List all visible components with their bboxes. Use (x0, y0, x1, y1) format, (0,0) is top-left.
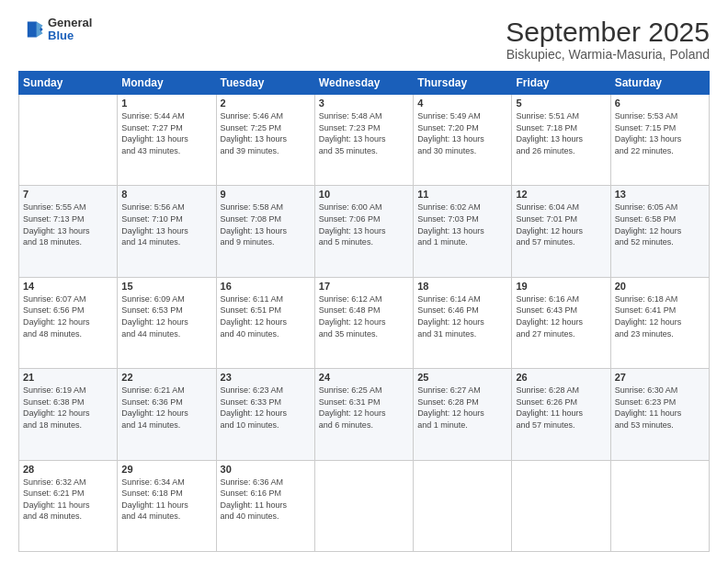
cell-details: Sunrise: 6:32 AMSunset: 6:21 PMDaylight:… (23, 477, 113, 523)
cell-line: and 18 minutes. (23, 236, 113, 248)
cell-line: Sunrise: 5:48 AM (319, 110, 409, 122)
calendar-cell: 24Sunrise: 6:25 AMSunset: 6:31 PMDayligh… (314, 369, 413, 460)
cell-line: and 39 minutes. (221, 145, 311, 157)
cell-line: Sunrise: 6:14 AM (417, 293, 507, 305)
cell-line: Daylight: 12 hours (516, 225, 606, 237)
cell-details: Sunrise: 6:27 AMSunset: 6:28 PMDaylight:… (417, 385, 507, 431)
cell-line: Sunset: 7:23 PM (319, 122, 409, 134)
cell-line: Sunrise: 5:51 AM (516, 110, 606, 122)
day-number: 15 (121, 281, 211, 292)
cell-details: Sunrise: 6:21 AMSunset: 6:36 PMDaylight:… (121, 385, 211, 431)
cell-details: Sunrise: 6:36 AMSunset: 6:16 PMDaylight:… (221, 477, 311, 523)
cell-line: and 31 minutes. (417, 328, 507, 340)
svg-marker-0 (28, 22, 43, 38)
day-number: 3 (319, 98, 409, 109)
cell-line: and 35 minutes. (319, 328, 409, 340)
calendar-cell: 17Sunrise: 6:12 AMSunset: 6:48 PMDayligh… (314, 277, 413, 368)
day-number: 6 (615, 98, 705, 109)
cell-details: Sunrise: 6:23 AMSunset: 6:33 PMDaylight:… (221, 385, 311, 431)
cell-line: Sunrise: 6:12 AM (319, 293, 409, 305)
day-number: 18 (417, 281, 507, 292)
cell-line: Sunset: 7:01 PM (516, 213, 606, 225)
cell-line: and 44 minutes. (121, 511, 211, 523)
cell-line: and 53 minutes. (615, 419, 705, 431)
calendar-cell: 10Sunrise: 6:00 AMSunset: 7:06 PMDayligh… (314, 186, 413, 277)
cell-line: and 1 minute. (417, 236, 507, 248)
cell-details: Sunrise: 6:28 AMSunset: 6:26 PMDaylight:… (516, 385, 606, 431)
calendar-cell: 20Sunrise: 6:18 AMSunset: 6:41 PMDayligh… (610, 277, 709, 368)
cell-line: Sunset: 6:41 PM (615, 304, 705, 316)
cell-line: Sunrise: 5:56 AM (121, 201, 211, 213)
cell-line: Daylight: 12 hours (516, 316, 606, 328)
day-header: Sunday (19, 72, 118, 95)
calendar-cell: 27Sunrise: 6:30 AMSunset: 6:23 PMDayligh… (610, 369, 709, 460)
cell-line: Sunset: 6:48 PM (319, 304, 409, 316)
calendar-cell (414, 460, 512, 551)
calendar-cell: 26Sunrise: 6:28 AMSunset: 6:26 PMDayligh… (512, 369, 610, 460)
cell-line: Daylight: 13 hours (121, 225, 211, 237)
day-header: Wednesday (314, 72, 413, 95)
cell-line: Daylight: 13 hours (319, 225, 409, 237)
cell-line: Daylight: 11 hours (615, 408, 705, 419)
cell-line: Sunset: 6:16 PM (221, 488, 311, 500)
day-number: 4 (417, 98, 507, 109)
cell-line: Sunrise: 5:55 AM (23, 201, 113, 213)
day-number: 27 (615, 372, 705, 383)
calendar-cell: 18Sunrise: 6:14 AMSunset: 6:46 PMDayligh… (414, 277, 512, 368)
cell-line: Daylight: 12 hours (615, 316, 705, 328)
cell-details: Sunrise: 6:30 AMSunset: 6:23 PMDaylight:… (615, 385, 705, 431)
calendar-cell: 16Sunrise: 6:11 AMSunset: 6:51 PMDayligh… (216, 277, 314, 368)
cell-line: Sunrise: 6:25 AM (319, 385, 409, 396)
cell-details: Sunrise: 5:58 AMSunset: 7:08 PMDaylight:… (221, 201, 311, 247)
cell-line: Sunset: 6:58 PM (615, 213, 705, 225)
cell-details: Sunrise: 6:04 AMSunset: 7:01 PMDaylight:… (516, 201, 606, 247)
cell-line: Daylight: 13 hours (615, 133, 705, 145)
cell-details: Sunrise: 6:34 AMSunset: 6:18 PMDaylight:… (121, 477, 211, 523)
cell-line: Sunrise: 6:07 AM (23, 293, 113, 305)
cell-details: Sunrise: 5:44 AMSunset: 7:27 PMDaylight:… (121, 110, 211, 156)
cell-line: Sunset: 6:43 PM (516, 304, 606, 316)
day-header: Friday (512, 72, 610, 95)
cell-line: and 18 minutes. (23, 419, 113, 431)
cell-details: Sunrise: 5:51 AMSunset: 7:18 PMDaylight:… (516, 110, 606, 156)
calendar-cell: 8Sunrise: 5:56 AMSunset: 7:10 PMDaylight… (118, 186, 216, 277)
cell-line: Sunset: 6:23 PM (615, 396, 705, 408)
cell-line: Sunset: 6:46 PM (417, 304, 507, 316)
cell-line: and 48 minutes. (23, 511, 113, 523)
day-number: 29 (121, 464, 211, 475)
day-number: 25 (417, 372, 507, 383)
title-block: September 2025 Biskupiec, Warmia-Masuria… (506, 17, 710, 62)
logo-blue: Blue (48, 29, 92, 42)
cell-line: and 6 minutes. (319, 419, 409, 431)
cell-details: Sunrise: 6:02 AMSunset: 7:03 PMDaylight:… (417, 201, 507, 247)
calendar-cell: 13Sunrise: 6:05 AMSunset: 6:58 PMDayligh… (610, 186, 709, 277)
cell-line: Sunrise: 6:32 AM (23, 477, 113, 488)
cell-details: Sunrise: 5:48 AMSunset: 7:23 PMDaylight:… (319, 110, 409, 156)
cell-line: Daylight: 12 hours (121, 408, 211, 419)
cell-details: Sunrise: 6:12 AMSunset: 6:48 PMDaylight:… (319, 293, 409, 339)
cell-line: Sunrise: 5:46 AM (221, 110, 311, 122)
cell-line: Daylight: 12 hours (121, 316, 211, 328)
calendar-week-row: 14Sunrise: 6:07 AMSunset: 6:56 PMDayligh… (19, 277, 710, 368)
cell-line: Sunrise: 6:21 AM (121, 385, 211, 396)
cell-line: and 57 minutes. (516, 419, 606, 431)
cell-line: Daylight: 12 hours (319, 408, 409, 419)
cell-line: and 1 minute. (417, 419, 507, 431)
cell-line: and 40 minutes. (221, 511, 311, 523)
calendar-cell: 15Sunrise: 6:09 AMSunset: 6:53 PMDayligh… (118, 277, 216, 368)
cell-line: Sunrise: 6:28 AM (516, 385, 606, 396)
cell-line: and 26 minutes. (516, 145, 606, 157)
cell-details: Sunrise: 6:18 AMSunset: 6:41 PMDaylight:… (615, 293, 705, 339)
cell-line: Daylight: 12 hours (221, 408, 311, 419)
calendar-cell (512, 460, 610, 551)
cell-line: Daylight: 11 hours (221, 500, 311, 511)
cell-line: Daylight: 12 hours (417, 408, 507, 419)
day-number: 16 (221, 281, 311, 292)
cell-line: and 10 minutes. (221, 419, 311, 431)
cell-line: and 27 minutes. (516, 328, 606, 340)
cell-line: Sunset: 6:36 PM (121, 396, 211, 408)
cell-line: Daylight: 11 hours (516, 408, 606, 419)
cell-line: Sunset: 7:03 PM (417, 213, 507, 225)
day-header: Tuesday (216, 72, 314, 95)
calendar-cell: 5Sunrise: 5:51 AMSunset: 7:18 PMDaylight… (512, 95, 610, 186)
